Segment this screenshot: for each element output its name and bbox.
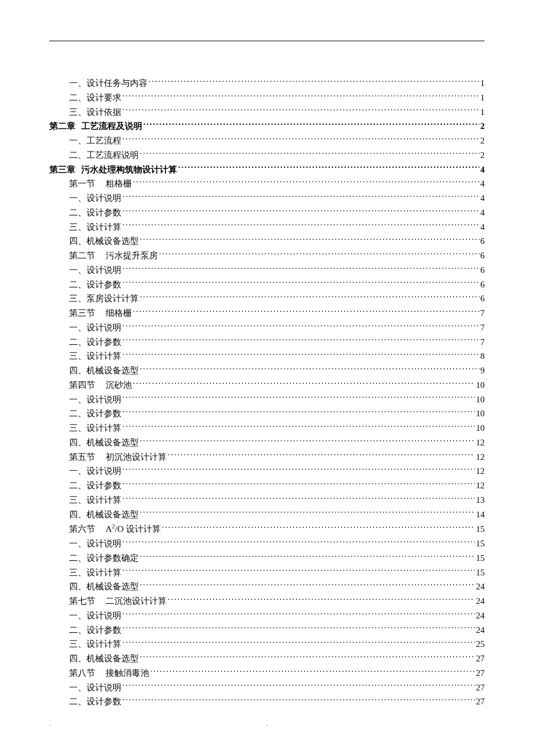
toc-entry-text: 二、设计参数确定	[69, 553, 139, 563]
toc-entry-label: 三、设计计算	[69, 421, 121, 435]
toc-leader-dots	[122, 279, 479, 287]
toc-leader-dots	[122, 422, 475, 431]
toc-leader-dots	[122, 264, 479, 273]
toc-leader-dots	[140, 581, 475, 589]
footer-left-dot: .	[49, 721, 51, 727]
toc-entry: 一、设计说明12	[69, 464, 485, 478]
toc-entry-text: 粗格栅	[106, 179, 132, 188]
toc-entry-prefix: 第四节	[69, 378, 95, 393]
toc-entry: 一、设计说明6	[69, 263, 485, 278]
toc-entry-label: 二、设计参数	[69, 406, 121, 421]
toc-entry-text: 三、设计计算	[69, 423, 121, 433]
toc-entry-text: 四、机械设备选型	[69, 236, 139, 246]
toc-leader-dots	[122, 624, 475, 633]
toc-entry-prefix: 第七节	[69, 594, 95, 609]
toc-entry: 二、设计参数6	[69, 278, 485, 292]
toc-entry-page: 27	[476, 666, 485, 681]
toc-entry-text: 二、设计参数	[69, 409, 121, 418]
toc-leader-dots	[122, 192, 479, 201]
toc-entry-label: 三、设计计算	[69, 493, 121, 507]
toc-entry-label: 四、机械设备选型	[69, 579, 139, 594]
toc-entry: 一、设计说明4	[69, 191, 485, 206]
toc-leader-dots	[122, 336, 479, 345]
toc-entry-page: 6	[481, 263, 485, 278]
toc-entry-page: 1	[481, 76, 485, 91]
toc-entry-page: 12	[476, 478, 485, 493]
toc-leader-dots	[143, 120, 479, 129]
toc-entry-text: 二、设计参数	[69, 280, 121, 289]
toc-entry-label: 二、设计参数	[69, 623, 121, 638]
toc-entry: 一、设计说明10	[69, 393, 485, 407]
toc-entry-page: 7	[481, 335, 485, 350]
toc-entry-label: 一、工艺流程	[69, 134, 121, 148]
toc-entry: 三、设计计算8	[69, 349, 485, 363]
toc-entry: 一、设计说明27	[69, 681, 485, 695]
toc-entry-text: 污水处理构筑物设计计算	[81, 165, 177, 174]
toc-entry-text: 三、设计依据	[69, 107, 121, 117]
toc-entry-prefix: 第三章	[49, 163, 75, 177]
toc-entry-page: 9	[481, 363, 485, 378]
toc-entry-label: 四、机械设备选型	[69, 435, 139, 450]
toc-entry-label: 第七节二沉池设计计算	[69, 594, 167, 609]
toc-entry-page: 6	[481, 278, 485, 292]
toc-leader-dots	[133, 379, 475, 388]
toc-entry-page: 2	[481, 119, 485, 134]
toc-entry-text: 一、设计说明	[69, 395, 121, 404]
toc-leader-dots	[122, 480, 475, 488]
toc-entry: 三、设计计算25	[69, 637, 485, 651]
toc-entry-text: 污水提升泵房	[106, 251, 158, 260]
toc-entry-page: 24	[476, 594, 485, 609]
toc-entry-prefix: 第八节	[69, 666, 95, 681]
toc-entry-label: 一、设计说明	[69, 537, 121, 551]
toc-entry-text: 二、设计要求	[69, 93, 121, 102]
toc-entry: 四、机械设备选型6	[69, 234, 485, 249]
toc-entry-prefix: 第五节	[69, 450, 95, 465]
toc-entry-text: 一、设计说明	[69, 539, 121, 548]
toc-entry-page: 6	[481, 234, 485, 249]
toc-entry-label: 四、机械设备选型	[69, 234, 139, 249]
toc-entry: 二、设计参数27	[69, 694, 485, 709]
toc-entry: 三、设计计算4	[69, 220, 485, 235]
toc-leader-dots	[168, 451, 475, 460]
toc-entry: 二、设计参数10	[69, 406, 485, 421]
toc-leader-dots	[133, 178, 479, 186]
toc-entry-text: 三、设计计算	[69, 495, 121, 505]
toc-entry: 三、设计依据1	[69, 105, 485, 120]
toc-entry: 二、设计要求1	[69, 91, 485, 105]
toc-leader-dots	[140, 235, 479, 244]
toc-entry-text: 一、工艺流程	[69, 136, 121, 145]
toc-leader-dots	[140, 437, 475, 445]
toc-entry-text: 四、机械设备选型	[69, 366, 139, 375]
toc-entry-page: 15	[476, 566, 485, 580]
toc-entry: 四、机械设备选型27	[69, 651, 485, 666]
toc-entry-label: 四、机械设备选型	[69, 363, 139, 378]
toc-entry-label: 一、设计说明	[69, 321, 121, 335]
toc-entry-label: 二、设计参数	[69, 278, 121, 292]
toc-entry-label: 第三节细格栅	[69, 306, 132, 321]
toc-leader-dots	[140, 509, 475, 517]
toc-leader-dots	[122, 538, 475, 546]
toc-entry-page: 27	[476, 694, 485, 709]
toc-entry-label: 四、机械设备选型	[69, 651, 139, 666]
toc-entry-label: 三、泵房设计计算	[69, 291, 139, 306]
toc-entry-page: 12	[476, 435, 485, 450]
toc-entry-label: 二、设计参数	[69, 694, 121, 709]
toc-entry-text: 二沉池设计计算	[106, 596, 167, 606]
toc-entry-label: 二、设计要求	[69, 91, 121, 105]
toc-entry-text: 四、机械设备选型	[69, 582, 139, 591]
toc-entry-text: 三、设计计算	[69, 222, 121, 232]
toc-leader-dots	[140, 552, 475, 561]
toc-entry-text: 四、机械设备选型	[69, 654, 139, 663]
toc-entry-label: 三、设计计算	[69, 220, 121, 235]
toc-entry-label: 三、设计计算	[69, 566, 121, 580]
toc-entry-label: 二、设计参数	[69, 206, 121, 220]
toc-entry-text: 初沉池设计计算	[106, 452, 167, 462]
toc-entry-page: 2	[481, 148, 485, 163]
toc-entry: 四、机械设备选型12	[69, 435, 485, 450]
toc-entry-text: 一、设计说明	[69, 611, 121, 620]
table-of-contents: 一、设计任务与内容1二、设计要求1三、设计依据1第二章工艺流程及说明2一、工艺流…	[49, 76, 485, 709]
toc-entry-text: 三、设计计算	[69, 639, 121, 649]
toc-entry-page: 10	[476, 393, 485, 407]
toc-entry-text: 四、机械设备选型	[69, 438, 139, 447]
toc-entry-label: 第五节初沉池设计计算	[69, 450, 167, 465]
